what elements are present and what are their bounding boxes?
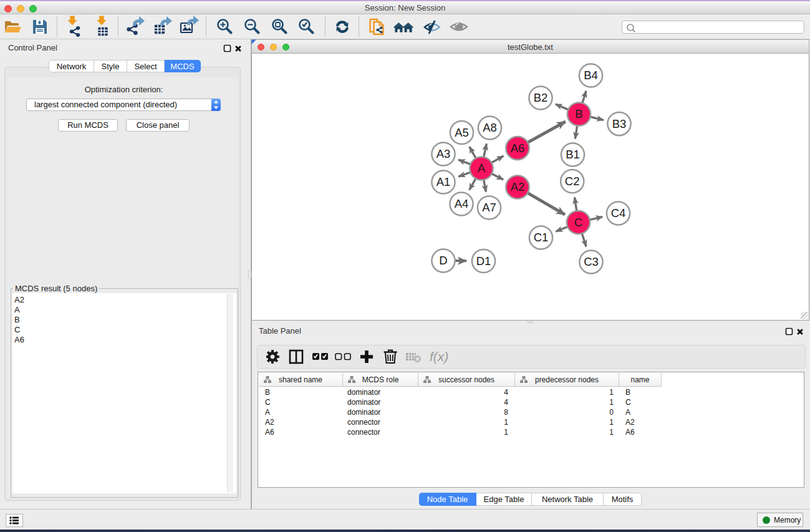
svg-text:C3: C3 — [584, 255, 599, 268]
svg-text:A: A — [478, 162, 486, 175]
svg-text:A4: A4 — [455, 197, 469, 210]
svg-text:C: C — [574, 216, 582, 229]
svg-text:A7: A7 — [482, 201, 496, 214]
svg-text:D1: D1 — [476, 254, 491, 268]
svg-text:B1: B1 — [566, 148, 580, 161]
svg-text:B: B — [575, 107, 582, 120]
svg-text:C2: C2 — [565, 175, 580, 188]
svg-text:A2: A2 — [511, 180, 525, 193]
svg-text:A5: A5 — [455, 126, 469, 139]
svg-text:B4: B4 — [584, 69, 598, 82]
svg-text:f(x): f(x) — [430, 349, 448, 364]
svg-text:A8: A8 — [483, 121, 497, 134]
svg-text:A1: A1 — [436, 175, 451, 188]
svg-text:D: D — [439, 254, 447, 267]
svg-text:A6: A6 — [511, 142, 525, 155]
svg-text:B3: B3 — [612, 117, 627, 130]
svg-text:C1: C1 — [534, 231, 549, 244]
svg-text:C4: C4 — [611, 206, 626, 220]
svg-text:B2: B2 — [534, 91, 548, 104]
svg-text:A3: A3 — [436, 147, 451, 160]
